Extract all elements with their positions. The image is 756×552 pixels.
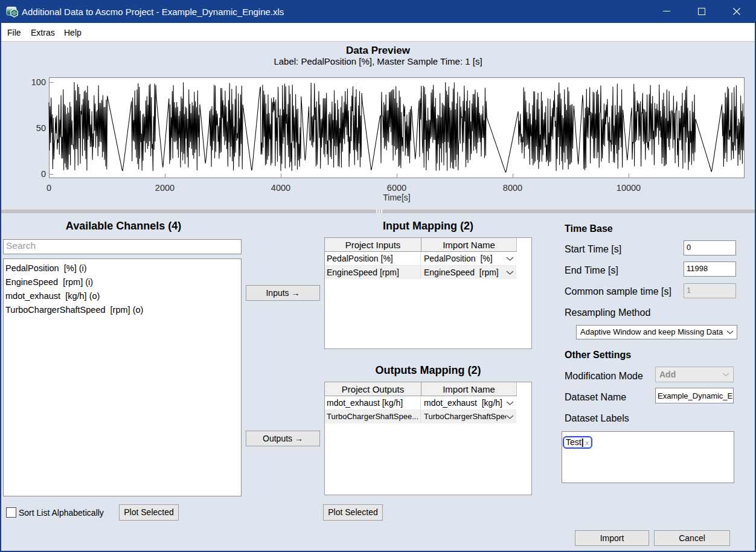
svg-text:10000: 10000 bbox=[617, 183, 641, 193]
svg-text:0: 0 bbox=[41, 169, 46, 179]
svg-text:Time[s]: Time[s] bbox=[383, 193, 410, 202]
svg-text:6000: 6000 bbox=[387, 183, 406, 193]
svg-text:50: 50 bbox=[36, 123, 46, 133]
svg-text:8000: 8000 bbox=[503, 183, 522, 193]
svg-text:2000: 2000 bbox=[155, 183, 175, 193]
svg-text:4000: 4000 bbox=[271, 183, 290, 193]
svg-text:100: 100 bbox=[31, 77, 46, 87]
svg-text:0: 0 bbox=[46, 183, 51, 193]
